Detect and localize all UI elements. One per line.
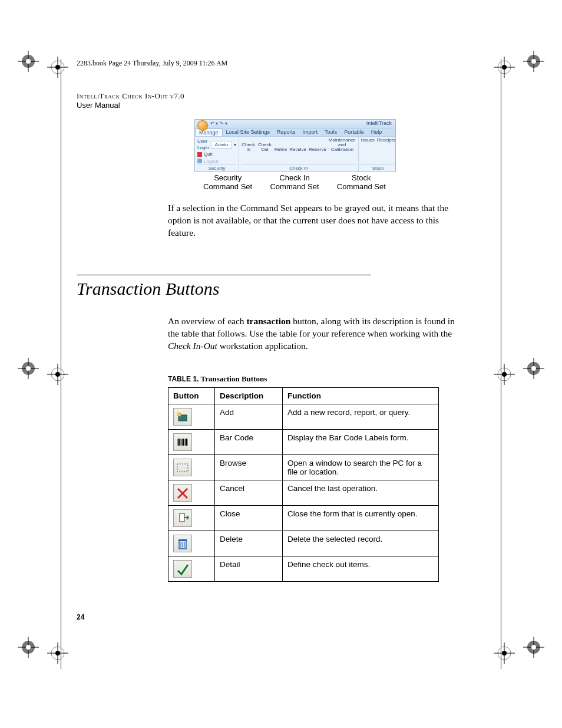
cmd-issues: Issues <box>361 138 375 143</box>
table-row: DeleteDelete the selected record. <box>168 531 439 556</box>
running-head: 2283.book Page 24 Thursday, July 9, 2009… <box>77 59 489 68</box>
col-button: Button <box>168 387 215 404</box>
svg-point-32 <box>502 65 507 70</box>
svg-point-48 <box>502 372 507 377</box>
delete-icon <box>173 535 192 552</box>
registration-mark-icon <box>16 357 40 380</box>
table-row: DetailDefine check out items. <box>168 556 439 581</box>
description-cell: Close <box>215 505 283 531</box>
group-stock: Issues Receipts Stock <box>359 137 398 172</box>
cancel-icon <box>173 484 192 502</box>
registration-mark-icon <box>522 357 546 380</box>
user-login-value: Admin <box>211 141 233 149</box>
group-security: User Login Admin ▾ Quit Logout Security <box>195 137 239 172</box>
caption-stock: StockCommand Set <box>328 173 395 192</box>
cmd-check-out: Check Out <box>257 143 272 152</box>
user-login-label: User Login <box>197 138 209 151</box>
group-checkin-label: Check In <box>242 164 355 171</box>
tab-import: Import <box>299 129 322 136</box>
table-caption: TABLE 1. Transaction Buttons <box>168 374 489 384</box>
button-icon-cell <box>168 531 215 556</box>
registration-mark-icon <box>492 55 516 79</box>
section-title: Transaction Buttons <box>77 279 489 299</box>
add-icon <box>173 408 192 426</box>
registration-mark-icon <box>522 50 546 73</box>
description-cell: Browse <box>215 454 283 480</box>
close-icon <box>173 509 192 527</box>
office-orb-icon <box>197 120 208 131</box>
tab-help: Help <box>368 129 386 136</box>
button-icon-cell <box>168 404 215 429</box>
logout-icon <box>197 159 202 163</box>
page-content: 2283.book Page 24 Thursday, July 9, 2009… <box>77 59 489 582</box>
table-row: BrowseOpen a window to search the PC for… <box>168 454 439 480</box>
tab-local-site-settings: Local Site Settings <box>223 129 274 136</box>
group-security-label: Security <box>197 164 236 171</box>
intro-paragraph: If a selection in the Command Set appear… <box>168 202 457 239</box>
cmd-reserve: Reserve <box>309 147 326 152</box>
function-cell: Display the Bar Code Labels form. <box>283 429 439 454</box>
detail-icon <box>173 560 192 578</box>
quit-icon <box>197 152 202 157</box>
section-intro-paragraph: An overview of each transaction button, … <box>168 315 457 353</box>
function-cell: Add a new record, report, or query. <box>283 404 439 429</box>
registration-mark-icon <box>46 363 70 386</box>
doc-title: IntelliTrack Check In-Out v7.0 <box>77 91 489 101</box>
function-cell: Close the form that is currently open. <box>283 505 439 531</box>
svg-point-36 <box>26 366 31 371</box>
table-row: CloseClose the form that is currently op… <box>168 505 439 531</box>
cmd-receipts: Receipts <box>377 138 395 143</box>
quit-label: Quit <box>204 151 213 157</box>
cmd-maintenance: Maintenance and Calibration <box>329 138 356 152</box>
caption-security: SecurityCommand Set <box>194 173 261 192</box>
description-cell: Bar Code <box>215 429 283 454</box>
svg-point-64 <box>502 651 507 655</box>
registration-mark-icon <box>16 635 40 659</box>
barcode-icon <box>173 433 192 451</box>
description-cell: Add <box>215 404 283 429</box>
table-row: Bar CodeDisplay the Bar Code Labels form… <box>168 429 439 454</box>
button-icon-cell <box>168 454 215 480</box>
tab-tools: Tools <box>321 129 340 136</box>
page-number: 24 <box>77 613 84 621</box>
tab-portable: Portable <box>340 129 368 136</box>
doc-subtitle: User Manual <box>77 101 489 110</box>
description-cell: Cancel <box>215 480 283 505</box>
svg-point-56 <box>55 651 60 655</box>
button-icon-cell <box>168 556 215 581</box>
registration-mark-icon <box>46 55 70 79</box>
group-stock-label: Stock <box>361 164 395 171</box>
ribbon-titlebar: ↶ ▾ ↷ ▾ IntelliTrack <box>195 120 395 128</box>
function-cell: Cancel the last operation. <box>283 480 439 505</box>
svg-point-44 <box>531 366 536 371</box>
cmd-check-in: Check In <box>242 143 255 152</box>
function-cell: Delete the selected record. <box>283 531 439 556</box>
browse-icon <box>173 459 192 476</box>
section-rule <box>77 275 371 275</box>
svg-point-60 <box>531 645 536 650</box>
ribbon-captions: SecurityCommand Set Check InCommand Set … <box>194 173 395 192</box>
tab-reports: Reports <box>273 129 299 136</box>
registration-mark-icon <box>492 641 516 665</box>
button-icon-cell <box>168 505 215 531</box>
description-cell: Detail <box>215 556 283 581</box>
col-function: Function <box>283 387 439 404</box>
button-icon-cell <box>168 480 215 505</box>
function-cell: Open a window to search the PC for a fil… <box>283 454 439 480</box>
registration-mark-icon <box>16 50 40 73</box>
svg-point-28 <box>531 59 536 64</box>
svg-point-52 <box>26 645 31 650</box>
ribbon-body: User Login Admin ▾ Quit Logout Security … <box>195 137 395 172</box>
svg-point-20 <box>26 59 31 64</box>
function-cell: Define check out items. <box>283 556 439 581</box>
logout-label: Logout <box>204 158 218 164</box>
app-name: IntelliTrack <box>366 120 392 126</box>
description-cell: Delete <box>215 531 283 556</box>
svg-point-24 <box>55 65 60 70</box>
cmd-retire: Retire <box>275 147 287 152</box>
group-checkin: Check In Check Out Retire Receive Reserv… <box>239 137 358 172</box>
table-row: AddAdd a new record, report, or query. <box>168 404 439 429</box>
dropdown-icon: ▾ <box>234 141 236 148</box>
col-description: Description <box>215 387 283 404</box>
table-row: CancelCancel the last operation. <box>168 480 439 505</box>
